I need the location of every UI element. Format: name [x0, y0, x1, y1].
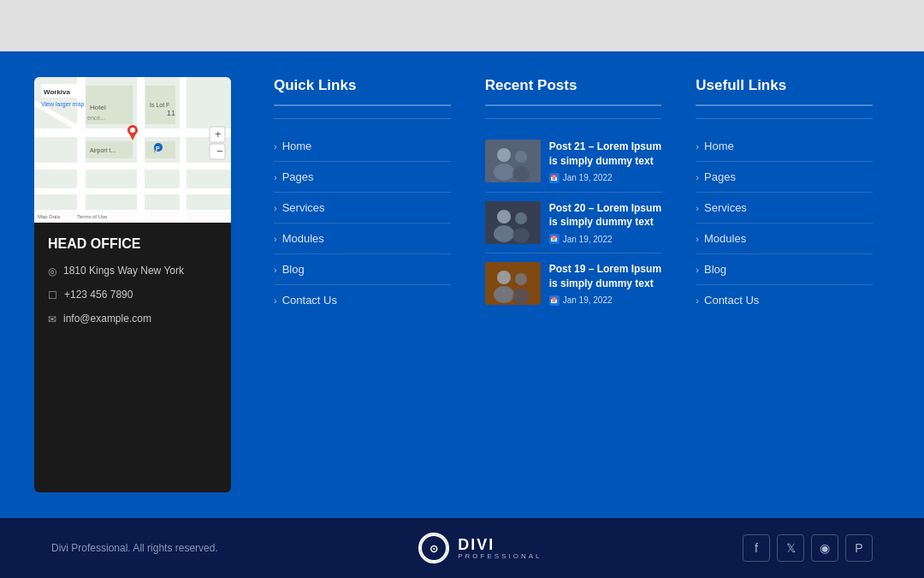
chevron-icon: ›: [274, 172, 277, 182]
post-thumbnail: [485, 140, 541, 182]
calendar-icon: 📅: [549, 295, 560, 306]
phone-item: ☐ +123 456 7890: [48, 288, 217, 303]
svg-point-48: [494, 286, 514, 303]
chevron-icon: ›: [274, 141, 277, 152]
phone-text: +123 456 7890: [64, 288, 133, 302]
chevron-icon: ›: [274, 203, 277, 213]
email-icon: ✉: [48, 313, 56, 327]
quick-links-col: Quick Links ›Home›Pages›Services›Modules…: [257, 77, 468, 492]
right-columns: Quick Links ›Home›Pages›Services›Modules…: [231, 77, 890, 492]
post-title: Post 21 – Lorem Ipsum is simply dummy te…: [549, 140, 662, 169]
post-thumbnail: [485, 201, 541, 244]
usefull-link-item[interactable]: ›Home: [696, 131, 873, 162]
footer-content: Hotel ence... Is Lot F 11 Airport t... P…: [0, 51, 924, 518]
recent-posts-divider: [485, 118, 662, 119]
svg-point-44: [512, 228, 530, 243]
svg-text:Hotel: Hotel: [90, 104, 106, 111]
quick-link-label: Services: [282, 201, 325, 214]
chevron-icon: ›: [274, 265, 277, 275]
divi-brand-sub: PROFESSIONAL: [458, 552, 542, 560]
recent-posts-title: Recent Posts: [485, 77, 662, 106]
usefull-link-label: Contact Us: [704, 294, 759, 307]
quick-link-item[interactable]: ›Modules: [274, 223, 451, 254]
left-card: Hotel ence... Is Lot F 11 Airport t... P…: [34, 77, 231, 492]
svg-text:Airport t...: Airport t...: [90, 147, 116, 154]
usefull-link-label: Home: [704, 140, 734, 152]
post-info: Post 20 – Lorem Ipsum is simply dummy te…: [549, 201, 662, 245]
svg-point-43: [515, 212, 527, 224]
svg-text:+: +: [215, 128, 222, 140]
svg-text:Workiva: Workiva: [44, 88, 71, 96]
post-title: Post 19 – Lorem Ipsum is simply dummy te…: [549, 262, 662, 291]
calendar-icon: 📅: [549, 234, 560, 244]
calendar-icon: 📅: [549, 173, 560, 183]
quick-links-title: Quick Links: [274, 77, 451, 106]
usefull-link-label: Blog: [704, 263, 726, 276]
recent-post-item[interactable]: Post 21 – Lorem Ipsum is simply dummy te…: [485, 131, 662, 193]
usefull-link-item[interactable]: ›Pages: [696, 162, 873, 193]
recent-post-item[interactable]: Post 19 – Lorem Ipsum is simply dummy te…: [485, 253, 662, 314]
svg-text:Terms of Use: Terms of Use: [77, 214, 108, 219]
post-title: Post 20 – Lorem Ipsum is simply dummy te…: [549, 201, 662, 230]
address-item: ◎ 1810 Kings Way New York: [48, 264, 217, 279]
svg-point-41: [497, 210, 511, 223]
usefull-link-item[interactable]: ›Modules: [696, 223, 873, 254]
svg-point-49: [515, 273, 527, 285]
recent-posts-col: Recent Posts Post 21 – Lorem Ipsum is si…: [468, 77, 679, 492]
chevron-icon: ›: [696, 234, 699, 244]
usefull-link-item[interactable]: ›Services: [696, 193, 873, 223]
instagram-icon[interactable]: ◉: [811, 534, 838, 562]
quick-link-item[interactable]: ›Blog: [274, 254, 451, 285]
chevron-icon: ›: [696, 172, 699, 182]
quick-link-item[interactable]: ›Contact Us: [274, 285, 451, 315]
head-office-section: HEAD OFFICE ◎ 1810 Kings Way New York ☐ …: [34, 223, 231, 335]
twitter-icon[interactable]: 𝕏: [777, 534, 804, 562]
facebook-icon[interactable]: f: [743, 534, 770, 562]
quick-link-label: Modules: [282, 232, 324, 245]
pinterest-icon[interactable]: P: [845, 534, 873, 562]
svg-rect-2: [34, 163, 231, 170]
usefull-link-item[interactable]: ›Contact Us: [696, 285, 873, 315]
svg-text:Map Data: Map Data: [38, 214, 61, 219]
date-text: Jan 19, 2022: [563, 173, 613, 182]
page-wrapper: Hotel ence... Is Lot F 11 Airport t... P…: [0, 0, 924, 578]
post-info: Post 21 – Lorem Ipsum is simply dummy te…: [549, 140, 662, 183]
chevron-icon: ›: [696, 265, 699, 275]
svg-point-42: [494, 225, 514, 242]
svg-rect-4: [77, 77, 86, 223]
social-icons: f 𝕏 ◉ P: [743, 534, 873, 562]
divi-text: DIVI PROFESSIONAL: [458, 537, 542, 560]
chevron-icon: ›: [696, 295, 699, 306]
recent-post-item[interactable]: Post 20 – Lorem Ipsum is simply dummy te…: [485, 193, 662, 254]
usefull-link-label: Modules: [704, 232, 746, 245]
top-section: [0, 0, 924, 51]
post-date: 📅 Jan 19, 2022: [549, 295, 662, 306]
chevron-icon: ›: [274, 295, 277, 306]
phone-icon: ☐: [48, 289, 57, 303]
post-thumbnail: [485, 262, 541, 305]
usefull-link-item[interactable]: ›Blog: [696, 254, 873, 285]
divi-logo: ⊙ DIVI PROFESSIONAL: [418, 533, 542, 563]
head-office-title: HEAD OFFICE: [48, 236, 217, 252]
location-icon: ◎: [48, 265, 56, 279]
quick-links-list: ›Home›Pages›Services›Modules›Blog›Contac…: [274, 131, 451, 315]
usefull-links-list: ›Home›Pages›Services›Modules›Blog›Contac…: [696, 131, 873, 315]
date-text: Jan 19, 2022: [563, 235, 613, 244]
usefull-link-label: Pages: [704, 170, 736, 183]
quick-link-label: Contact Us: [282, 294, 337, 307]
quick-link-item[interactable]: ›Services: [274, 193, 451, 223]
copyright-text: Divi Professional. All rights reserved.: [51, 542, 218, 554]
quick-link-item[interactable]: ›Home: [274, 131, 451, 162]
post-date: 📅 Jan 19, 2022: [549, 234, 662, 244]
quick-links-divider: [274, 118, 451, 119]
email-item: ✉ info@example.com: [48, 312, 217, 327]
svg-rect-3: [34, 188, 231, 194]
quick-link-item[interactable]: ›Pages: [274, 162, 451, 193]
chevron-icon: ›: [696, 203, 699, 213]
svg-point-30: [130, 128, 135, 133]
svg-rect-18: [34, 210, 231, 223]
svg-text:ence...: ence...: [87, 115, 105, 121]
divi-brand-name: DIVI: [458, 537, 542, 552]
usefull-links-col: Usefull Links ›Home›Pages›Services›Modul…: [678, 77, 890, 492]
svg-point-38: [512, 166, 530, 182]
